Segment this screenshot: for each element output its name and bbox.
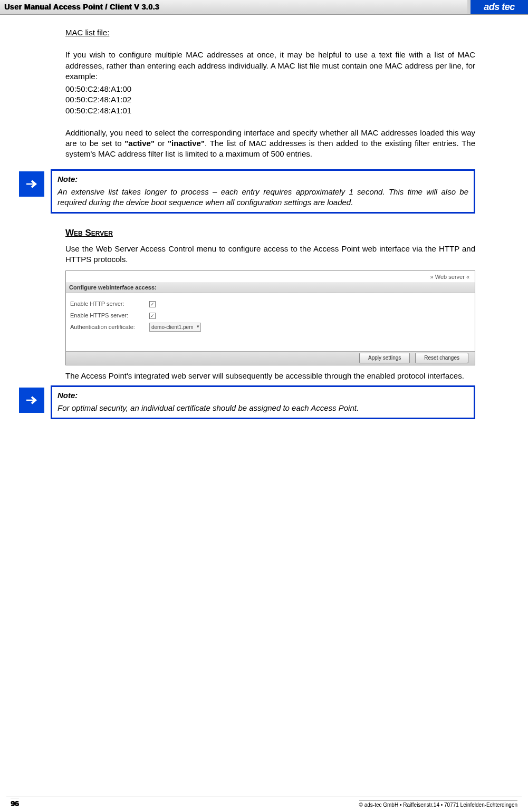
- page-number: 96: [11, 798, 19, 808]
- web-server-screenshot: » Web server « Configure webinterface ac…: [65, 270, 475, 365]
- note2-text: For optimal security, an individual cert…: [57, 403, 468, 413]
- web-para2: The Access Point's integrated web server…: [65, 371, 475, 381]
- mac-para2: Additionally, you need to select the cor…: [65, 128, 475, 160]
- note1-label: Note:: [57, 174, 468, 185]
- reset-changes-button[interactable]: Reset changes: [415, 353, 468, 363]
- mac-intro: If you wish to configure multiple MAC ad…: [65, 50, 475, 82]
- ss-http-checkbox[interactable]: ✓: [149, 301, 156, 307]
- mac-example-1: 00:50:C2:48:A1:00: [65, 84, 475, 94]
- ss-section-title: Configure webinterface access:: [66, 283, 475, 293]
- apply-settings-button[interactable]: Apply settings: [359, 353, 410, 363]
- ss-https-label: Enable HTTPS server:: [70, 312, 149, 320]
- ss-cert-select[interactable]: demo-client1.pem: [149, 323, 201, 332]
- brand-logo: ads tec: [467, 0, 528, 14]
- footer-rule: [6, 797, 522, 797]
- mac-active: "active": [124, 139, 155, 148]
- mac-list-heading: MAC list file:: [65, 27, 475, 38]
- note2-label: Note:: [57, 390, 468, 401]
- arrow-icon: [19, 171, 44, 197]
- note-box-2: Note: For optimal security, an individua…: [51, 385, 475, 420]
- ss-breadcrumb: » Web server «: [430, 273, 469, 281]
- arrow-icon: [19, 388, 44, 413]
- web-para1: Use the Web Server Access Control menu t…: [65, 244, 475, 265]
- note1-text: An extensive list takes longer to proces…: [57, 187, 468, 208]
- mac-example-2: 00:50:C2:48:A1:02: [65, 94, 475, 105]
- mac-mid: or: [155, 139, 168, 148]
- copyright: © ads-tec GmbH • Raiffeisenstr.14 • 7077…: [359, 800, 517, 808]
- page-header: User Manual Access Point / Client V 3.0.…: [0, 0, 528, 15]
- web-server-heading: Web Server: [65, 227, 475, 239]
- mac-inactive: "inactive": [168, 139, 205, 148]
- note-box-1: Note: An extensive list takes longer to …: [51, 169, 475, 214]
- ss-http-label: Enable HTTP server:: [70, 300, 149, 308]
- mac-example-3: 00:50:C2:48:A1:01: [65, 105, 475, 116]
- manual-title: User Manual Access Point / Client V 3.0.…: [0, 0, 467, 14]
- page-footer: 96 © ads-tec GmbH • Raiffeisenstr.14 • 7…: [0, 798, 528, 808]
- ss-https-checkbox[interactable]: ✓: [149, 313, 156, 319]
- ss-cert-label: Authentication certificate:: [70, 323, 149, 331]
